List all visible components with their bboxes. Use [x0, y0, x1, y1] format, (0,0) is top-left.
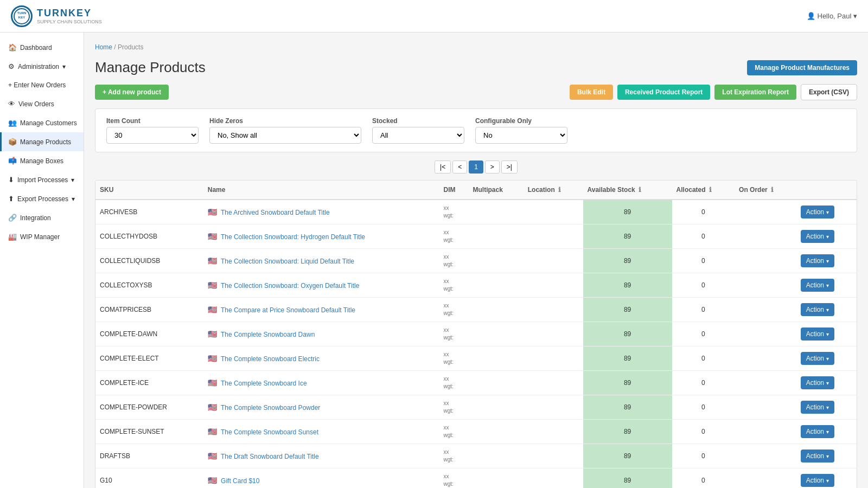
cell-action: Action ▾: [796, 298, 857, 322]
cell-dim: xx wgt:: [439, 273, 469, 298]
dim-values: xx wgt:: [444, 326, 464, 342]
cell-dim: xx wgt:: [439, 444, 469, 468]
action-button[interactable]: Action ▾: [801, 450, 834, 463]
location-info-icon: ℹ: [558, 186, 561, 194]
sidebar-item-administration[interactable]: ⚙ Administration ▾: [0, 57, 84, 76]
product-name-link[interactable]: The Draft Snowboard Default Title: [221, 453, 319, 460]
cell-multipack: [468, 200, 523, 224]
cell-name: 🇺🇸 The Archived Snowboard Default Title: [203, 200, 439, 224]
cell-available-stock: 89: [583, 249, 672, 273]
cell-multipack: [468, 371, 523, 395]
action-button[interactable]: Action ▾: [801, 206, 834, 219]
action-button[interactable]: Action ▾: [801, 230, 834, 243]
export-csv-button[interactable]: Export (CSV): [801, 84, 857, 100]
logo-subtitle: SUPPLY CHAIN SOLUTIONS: [37, 19, 102, 24]
table-body: ARCHIVESB 🇺🇸 The Archived Snowboard Defa…: [95, 200, 857, 488]
cell-allocated: 0: [672, 346, 735, 371]
pagination-last[interactable]: >|: [501, 160, 518, 174]
cell-sku: COMPLETE-ICE: [95, 371, 203, 395]
sidebar-item-import-processes[interactable]: ⬇ Import Processes ▾: [0, 170, 84, 189]
action-caret: ▾: [826, 331, 829, 337]
breadcrumb: Home / Products: [95, 43, 857, 51]
cell-sku: G10: [95, 468, 203, 489]
action-caret: ▾: [826, 356, 829, 362]
sidebar-item-enter-new-orders[interactable]: + Enter New Orders: [0, 76, 84, 94]
action-button[interactable]: Action ▾: [801, 328, 834, 341]
configurable-only-select[interactable]: No Yes: [475, 127, 567, 144]
page-title-row: Manage Products Manage Product Manufactu…: [95, 59, 857, 76]
user-greeting[interactable]: 👤 Hello, Paul ▾: [807, 12, 857, 20]
sidebar-item-dashboard[interactable]: 🏠 Dashboard: [0, 38, 84, 57]
lot-expiration-report-button[interactable]: Lot Expiration Report: [714, 85, 796, 100]
product-name-link[interactable]: Gift Card $10: [221, 477, 259, 485]
cell-allocated: 0: [672, 468, 735, 489]
pagination-prev[interactable]: <: [452, 160, 467, 174]
received-product-report-button[interactable]: Received Product Report: [617, 85, 710, 100]
sidebar-item-manage-products[interactable]: 📦 Manage Products: [0, 132, 84, 151]
dim-values: xx wgt:: [444, 302, 464, 317]
action-button[interactable]: Action ▾: [801, 352, 834, 365]
cell-name: 🇺🇸 The Complete Snowboard Electric: [203, 346, 439, 371]
breadcrumb-home[interactable]: Home: [95, 43, 112, 51]
sidebar-item-dashboard-label: Dashboard: [20, 44, 52, 52]
action-caret: ▾: [826, 209, 829, 215]
product-name-link[interactable]: The Collection Snowboard: Hydrogen Defau…: [221, 233, 365, 241]
action-button[interactable]: Action ▾: [801, 425, 834, 438]
dim-values: xx wgt:: [444, 278, 464, 293]
product-name-link[interactable]: The Complete Snowboard Powder: [221, 404, 320, 412]
product-name-link[interactable]: The Complete Snowboard Sunset: [221, 428, 318, 436]
action-button[interactable]: Action ▾: [801, 474, 834, 487]
product-name-link[interactable]: The Archived Snowboard Default Title: [221, 209, 330, 216]
cell-dim: xx wgt:: [439, 200, 469, 224]
cell-sku: COLLECTOXYSB: [95, 273, 203, 298]
action-button[interactable]: Action ▾: [801, 254, 834, 267]
sidebar-item-manage-customers[interactable]: 👥 Manage Customers: [0, 113, 84, 132]
action-button[interactable]: Action ▾: [801, 279, 834, 292]
cell-action: Action ▾: [796, 322, 857, 346]
action-button[interactable]: Action ▾: [801, 401, 834, 414]
cell-action: Action ▾: [796, 444, 857, 468]
item-count-select[interactable]: 30 10 20 50 100: [106, 127, 199, 144]
product-name-link[interactable]: The Compare at Price Snowboard Default T…: [221, 306, 355, 314]
sidebar-item-export-processes[interactable]: ⬆ Export Processes ▾: [0, 189, 84, 208]
manage-manufacturers-button[interactable]: Manage Product Manufactures: [747, 60, 857, 75]
stocked-select[interactable]: All Yes No: [372, 127, 464, 144]
view-orders-icon: 👁: [8, 100, 15, 108]
action-caret: ▾: [826, 404, 829, 410]
svg-text:TURN: TURN: [17, 11, 27, 15]
add-product-button[interactable]: + Add new product: [95, 85, 169, 100]
hide-zeros-select[interactable]: No, Show all Yes, Hide zeros: [209, 127, 361, 144]
product-name-link[interactable]: The Complete Snowboard Dawn: [221, 331, 315, 338]
product-name-link[interactable]: The Collection Snowboard: Liquid Default…: [221, 258, 354, 265]
cell-available-stock: 89: [583, 298, 672, 322]
products-icon: 📦: [8, 138, 17, 146]
dim-values: xx wgt:: [444, 473, 464, 488]
sidebar-item-integration[interactable]: 🔗 Integration: [0, 208, 84, 227]
product-name-link[interactable]: The Complete Snowboard Electric: [221, 355, 320, 363]
bulk-edit-button[interactable]: Bulk Edit: [570, 85, 613, 100]
action-button[interactable]: Action ▾: [801, 376, 834, 389]
col-sku: SKU: [95, 181, 203, 200]
cell-multipack: [468, 444, 523, 468]
flag-icon: 🇺🇸: [208, 354, 217, 363]
top-nav: TURN KEY TURNKEY SUPPLY CHAIN SOLUTIONS …: [0, 0, 868, 33]
cell-dim: xx wgt:: [439, 371, 469, 395]
cell-allocated: 0: [672, 395, 735, 420]
pagination-first[interactable]: |<: [435, 160, 451, 174]
pagination-next[interactable]: >: [485, 160, 500, 174]
action-button[interactable]: Action ▾: [801, 303, 834, 316]
pagination-page-1[interactable]: 1: [469, 160, 483, 174]
product-name-link[interactable]: The Collection Snowboard: Oxygen Default…: [221, 282, 359, 290]
sidebar-item-manage-boxes[interactable]: 📫 Manage Boxes: [0, 151, 84, 170]
cell-dim: xx wgt:: [439, 298, 469, 322]
action-caret: ▾: [826, 234, 829, 240]
stock-info-icon: ℹ: [639, 186, 641, 194]
export-icon: ⬆: [8, 195, 14, 203]
sidebar-item-wip-manager[interactable]: 🏭 WIP Manager: [0, 227, 84, 246]
table-header: SKU Name DIM Multipack Location ℹ Availa…: [95, 181, 857, 200]
sidebar-item-view-orders[interactable]: 👁 View Orders: [0, 94, 84, 113]
cell-action: Action ▾: [796, 371, 857, 395]
sidebar-item-import-processes-label: Import Processes: [17, 176, 68, 184]
cell-available-stock: 89: [583, 395, 672, 420]
product-name-link[interactable]: The Complete Snowboard Ice: [221, 380, 307, 387]
